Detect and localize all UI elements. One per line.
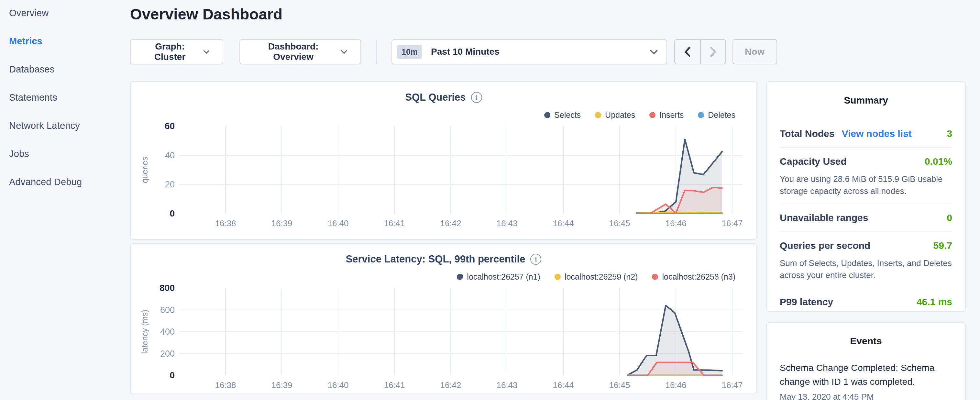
svg-text:16:39: 16:39 [271, 218, 292, 228]
content-row: SQL Queries i SelectsUpdatesInsertsDelet… [130, 81, 966, 400]
p99-latency-label: P99 latency [780, 296, 833, 308]
summary-row-capacity: Capacity Used 0.01% [780, 148, 952, 175]
summary-row-qps: Queries per second 59.7 [780, 232, 952, 259]
svg-text:40: 40 [165, 150, 175, 160]
legend-label: Updates [605, 110, 635, 120]
legend-dot [698, 112, 704, 118]
svg-text:16:43: 16:43 [496, 380, 517, 390]
chevron-left-icon [684, 46, 691, 57]
sidebar-item-databases[interactable]: Databases [9, 64, 130, 75]
chevron-right-icon [710, 46, 717, 57]
sidebar-item-network-latency[interactable]: Network Latency [9, 120, 130, 131]
sidebar-item-advanced-debug[interactable]: Advanced Debug [9, 177, 130, 187]
event-item[interactable]: Schema Change Completed: Schema change w… [780, 361, 952, 400]
controls-divider [376, 40, 377, 64]
time-now-button[interactable]: Now [732, 39, 777, 64]
legend-label: Selects [554, 110, 581, 120]
legend-item-localhost-26258-n3-[interactable]: localhost:26258 (n3) [652, 272, 735, 282]
svg-text:200: 200 [160, 349, 175, 359]
svg-text:600: 600 [160, 305, 175, 315]
svg-text:16:47: 16:47 [721, 218, 743, 228]
time-range-badge: 10m [397, 45, 422, 59]
chart-title-text: Service Latency: SQL, 99th percentile [346, 253, 525, 265]
sidebar-item-statements[interactable]: Statements [9, 92, 130, 103]
chart-legend: SelectsUpdatesInsertsDeletes [131, 110, 735, 120]
dashboard-dropdown[interactable]: Dashboard: Overview [239, 39, 361, 64]
capacity-used-desc: You are using 28.6 MiB of 515.9 GiB usab… [780, 173, 952, 197]
chevron-down-icon [650, 49, 658, 55]
qps-value: 59.7 [934, 240, 952, 251]
chevron-down-icon [203, 49, 210, 54]
summary-title: Summary [780, 95, 952, 106]
svg-text:16:43: 16:43 [496, 218, 517, 228]
svg-text:16:45: 16:45 [609, 218, 630, 228]
chevron-down-icon [341, 49, 347, 54]
unavailable-ranges-label: Unavailable ranges [780, 212, 868, 223]
info-icon[interactable]: i [530, 254, 541, 265]
page-title: Overview Dashboard [130, 5, 966, 23]
svg-text:16:38: 16:38 [215, 380, 236, 390]
legend-item-updates[interactable]: Updates [595, 110, 635, 120]
summary-row-p99-latency: P99 latency 46.1 ms [780, 288, 952, 316]
summary-panel: Summary Total Nodes View nodes list 3 Ca… [766, 81, 966, 312]
svg-text:16:44: 16:44 [553, 380, 574, 390]
sql-queries-chart: 16:3816:3916:4016:4116:4216:4316:4416:45… [131, 121, 758, 233]
time-range-label: Past 10 Minutes [431, 46, 500, 57]
legend-label: localhost:26257 (n1) [467, 272, 540, 282]
chart-svg: 16:3816:3916:4016:4116:4216:4316:4416:45… [131, 121, 758, 233]
chart-title: Service Latency: SQL, 99th percentile i [131, 253, 756, 265]
controls-bar: Graph: Cluster Dashboard: Overview 10m P… [130, 39, 966, 64]
legend-item-localhost-26259-n2-[interactable]: localhost:26259 (n2) [555, 272, 638, 282]
qps-desc: Sum of Selects, Updates, Inserts, and De… [780, 257, 952, 281]
svg-text:400: 400 [160, 327, 175, 336]
svg-text:16:38: 16:38 [215, 218, 236, 228]
legend-dot [595, 112, 601, 118]
service-latency-chart: 16:3816:3916:4016:4116:4216:4316:4416:45… [131, 283, 758, 395]
svg-text:16:41: 16:41 [384, 218, 405, 228]
graph-dropdown[interactable]: Graph: Cluster [130, 39, 223, 64]
legend-dot [649, 112, 655, 118]
info-icon[interactable]: i [471, 92, 482, 103]
time-nav-group [674, 39, 726, 64]
svg-text:16:39: 16:39 [271, 380, 292, 390]
legend-item-localhost-26257-n1-[interactable]: localhost:26257 (n1) [457, 272, 540, 282]
svg-text:20: 20 [165, 180, 175, 189]
svg-text:16:45: 16:45 [609, 380, 630, 390]
legend-dot [457, 274, 463, 280]
legend-item-deletes[interactable]: Deletes [698, 110, 735, 120]
svg-text:16:47: 16:47 [721, 380, 743, 390]
chart-legend: localhost:26257 (n1)localhost:26259 (n2)… [131, 271, 735, 282]
sidebar-item-metrics[interactable]: Metrics [9, 36, 130, 46]
svg-text:16:42: 16:42 [440, 218, 461, 228]
event-message: Schema Change Completed: Schema change w… [780, 361, 952, 389]
sidebar-item-overview[interactable]: Overview [9, 8, 130, 18]
p99-latency-value: 46.1 ms [916, 296, 952, 308]
svg-text:16:46: 16:46 [665, 380, 686, 390]
sidebar: Overview Metrics Databases Statements Ne… [0, 0, 130, 400]
legend-label: localhost:26259 (n2) [565, 272, 638, 282]
time-range-selector[interactable]: 10m Past 10 Minutes [391, 39, 667, 64]
svg-text:16:46: 16:46 [665, 218, 686, 228]
legend-dot [652, 274, 658, 280]
svg-text:0: 0 [170, 370, 175, 380]
unavailable-ranges-value: 0 [947, 212, 952, 223]
chart-svg: 16:3816:3916:4016:4116:4216:4316:4416:45… [131, 283, 758, 395]
legend-label: Inserts [659, 110, 684, 120]
chart-title: SQL Queries i [131, 92, 756, 103]
view-nodes-list-link[interactable]: View nodes list [842, 128, 912, 139]
time-prev-button[interactable] [675, 40, 700, 64]
graph-dropdown-label: Graph: Cluster [144, 41, 196, 62]
legend-item-inserts[interactable]: Inserts [649, 110, 684, 120]
app-root: Overview Metrics Databases Statements Ne… [0, 0, 980, 400]
svg-text:16:42: 16:42 [440, 380, 461, 390]
total-nodes-value: 3 [947, 128, 952, 139]
svg-text:16:40: 16:40 [328, 218, 348, 228]
sidebar-item-jobs[interactable]: Jobs [9, 148, 130, 159]
legend-label: Deletes [708, 110, 735, 120]
summary-row-total-nodes: Total Nodes View nodes list 3 [780, 120, 952, 147]
legend-dot [544, 112, 550, 118]
time-next-button[interactable] [700, 40, 725, 64]
legend-item-selects[interactable]: Selects [544, 110, 581, 120]
charts-column: SQL Queries i SelectsUpdatesInsertsDelet… [130, 81, 757, 400]
chart-title-text: SQL Queries [405, 92, 466, 103]
